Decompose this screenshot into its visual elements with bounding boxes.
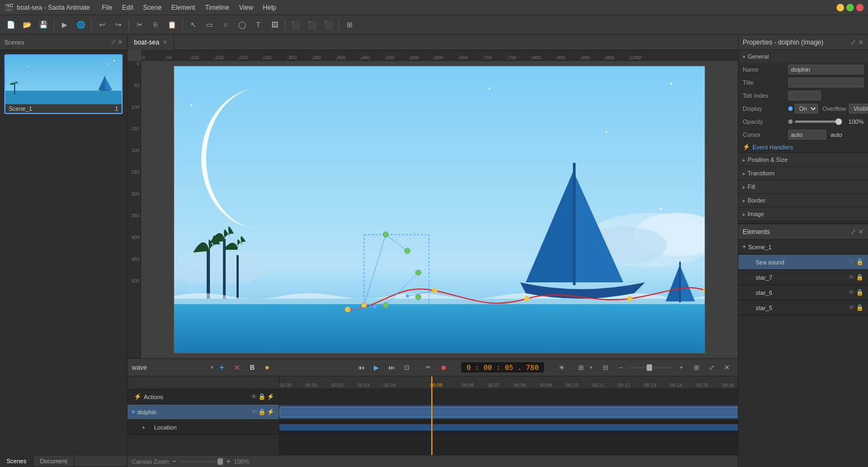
dolphin-tween-icon[interactable]: ⚡: [267, 408, 275, 415]
align-center[interactable]: ⬛: [304, 18, 320, 32]
star5-eye[interactable]: 👁: [848, 304, 854, 311]
copy-button[interactable]: ⎘: [148, 18, 163, 32]
zoom-out-btn[interactable]: −: [614, 362, 627, 374]
erase-btn[interactable]: ✏: [422, 362, 435, 374]
menu-edit[interactable]: Edit: [118, 3, 138, 12]
timeline-bold-button[interactable]: B: [246, 362, 259, 374]
elem-scene1[interactable]: ▾ Scene_1: [738, 239, 868, 255]
scene-preview-button[interactable]: ⊡: [400, 362, 413, 374]
close-timeline-btn[interactable]: ✕: [720, 362, 733, 374]
dolphin-lock-icon[interactable]: 🔒: [258, 408, 266, 415]
scenes-close-icon[interactable]: ✕: [118, 39, 123, 46]
elem-star6[interactable]: star_6 👁 🔒: [738, 285, 868, 300]
name-input[interactable]: [788, 65, 864, 74]
elements-expand-icon[interactable]: ⤢: [851, 228, 856, 236]
lock-icon[interactable]: 🔒: [258, 393, 266, 400]
grid-btn[interactable]: ⊟: [599, 362, 612, 374]
canvas-viewport[interactable]: [141, 61, 738, 358]
to-start-button[interactable]: ⏮: [355, 362, 368, 374]
tab-boat-sea[interactable]: boat-sea ✕: [127, 35, 174, 50]
menu-file[interactable]: File: [98, 3, 117, 12]
border-header[interactable]: ▸ Border: [738, 194, 868, 207]
record-button[interactable]: ⏺: [437, 362, 450, 374]
track-area[interactable]: 00:00 00:01 00:02 00:03 00:04 00:05 00:0…: [279, 376, 738, 455]
maximize-button[interactable]: [846, 4, 854, 11]
elem-sea-sound[interactable]: Sea sound 👁 🔒: [738, 255, 868, 270]
fit-btn[interactable]: ⊞: [690, 362, 703, 374]
circle-tool[interactable]: ◯: [234, 18, 250, 32]
zoom-slider[interactable]: [629, 367, 673, 369]
tab-close-icon[interactable]: ✕: [163, 39, 167, 45]
fill-header[interactable]: ▸ Fill: [738, 180, 868, 193]
timeline-label-dropdown[interactable]: ▾: [210, 364, 213, 370]
scenes-expand-icon[interactable]: ⤢: [111, 39, 116, 46]
elem-star7[interactable]: star_7 👁 🔒: [738, 270, 868, 285]
general-section-header[interactable]: ▾ General: [738, 50, 868, 63]
star7-eye[interactable]: 👁: [848, 274, 854, 281]
preview-browser-button[interactable]: 🌐: [73, 18, 88, 32]
timeline-add-button[interactable]: +: [215, 362, 228, 374]
menu-element[interactable]: Element: [167, 3, 200, 12]
ellipse-tool[interactable]: ○: [218, 18, 233, 32]
snap-dropdown[interactable]: ▾: [590, 364, 592, 370]
zoom-in-btn[interactable]: +: [675, 362, 688, 374]
expand-timeline-btn[interactable]: ⤢: [705, 362, 718, 374]
to-end-button[interactable]: ⏭: [385, 362, 398, 374]
opacity-slider[interactable]: [795, 121, 841, 123]
canvas-zoom-plus[interactable]: +: [226, 457, 231, 465]
image-header[interactable]: ▸ Image: [738, 207, 868, 220]
star6-lock[interactable]: 🔒: [856, 289, 864, 296]
menu-scene[interactable]: Scene: [139, 3, 166, 12]
playhead[interactable]: [431, 376, 432, 455]
transform-tool[interactable]: ⊞: [342, 18, 357, 32]
overflow-select[interactable]: Visible Hidden Scroll: [849, 104, 868, 113]
elem-star5[interactable]: star_5 👁 🔒: [738, 300, 868, 315]
sea-sound-lock[interactable]: 🔒: [856, 258, 864, 266]
dolphin-expand-icon[interactable]: ▾: [132, 408, 135, 415]
text-tool[interactable]: T: [251, 18, 266, 32]
menu-timeline[interactable]: Timeline: [201, 3, 234, 12]
sea-sound-eye[interactable]: 👁: [848, 258, 854, 266]
align-right[interactable]: ⬛: [321, 18, 336, 32]
timeline-star-button[interactable]: ★: [261, 362, 274, 374]
canvas-zoom-minus[interactable]: −: [172, 457, 176, 465]
redo-button[interactable]: ↪: [111, 18, 126, 32]
eye-icon[interactable]: 👁: [251, 393, 257, 400]
save-button[interactable]: 💾: [36, 18, 51, 32]
position-size-header[interactable]: ▸ Position & Size: [738, 153, 868, 166]
tween-icon[interactable]: ⚡: [267, 393, 275, 400]
snap-btn[interactable]: ⊞: [575, 362, 588, 374]
timeline-remove-button[interactable]: ✕: [231, 362, 244, 374]
new-button[interactable]: 📄: [3, 18, 18, 32]
scene-thumbnail[interactable]: Scene_1 1: [4, 54, 123, 114]
elements-close-icon[interactable]: ✕: [858, 228, 864, 236]
cut-button[interactable]: ✂: [132, 18, 147, 32]
properties-expand-icon[interactable]: ⤢: [851, 39, 856, 46]
select-tool[interactable]: ↖: [186, 18, 201, 32]
minimize-button[interactable]: [837, 4, 844, 11]
close-button[interactable]: [856, 4, 864, 11]
star5-lock[interactable]: 🔒: [856, 304, 864, 311]
cursor-input[interactable]: [788, 130, 826, 140]
preview-button[interactable]: ▶: [57, 18, 72, 32]
menu-view[interactable]: View: [235, 3, 258, 12]
location-sub-row[interactable]: ▸ Location: [127, 420, 279, 435]
star7-lock[interactable]: 🔒: [856, 274, 864, 281]
title-input[interactable]: [788, 78, 864, 87]
tab-index-input[interactable]: [788, 91, 821, 100]
star6-eye[interactable]: 👁: [848, 289, 854, 296]
display-select[interactable]: On Off: [795, 104, 818, 113]
image-tool[interactable]: 🖼: [267, 18, 282, 32]
rect-tool[interactable]: ▭: [202, 18, 217, 32]
scene-canvas[interactable]: [174, 66, 705, 354]
dolphin-layer-row[interactable]: ▾ dolphin 👁 🔒 ⚡: [127, 405, 279, 420]
canvas-zoom-slider[interactable]: [180, 460, 223, 463]
dolphin-eye-icon[interactable]: 👁: [251, 408, 257, 415]
open-button[interactable]: 📂: [20, 18, 35, 32]
play-button[interactable]: ▶: [370, 362, 383, 374]
align-left[interactable]: ⬛: [288, 18, 303, 32]
actions-layer-row[interactable]: ⚡ Actions 👁 🔒 ⚡: [127, 389, 279, 405]
event-handlers-row[interactable]: ⚡ Event Handlers: [738, 141, 868, 153]
sun-icon-btn[interactable]: ☀: [555, 362, 568, 374]
tab-document[interactable]: Document: [34, 456, 74, 466]
